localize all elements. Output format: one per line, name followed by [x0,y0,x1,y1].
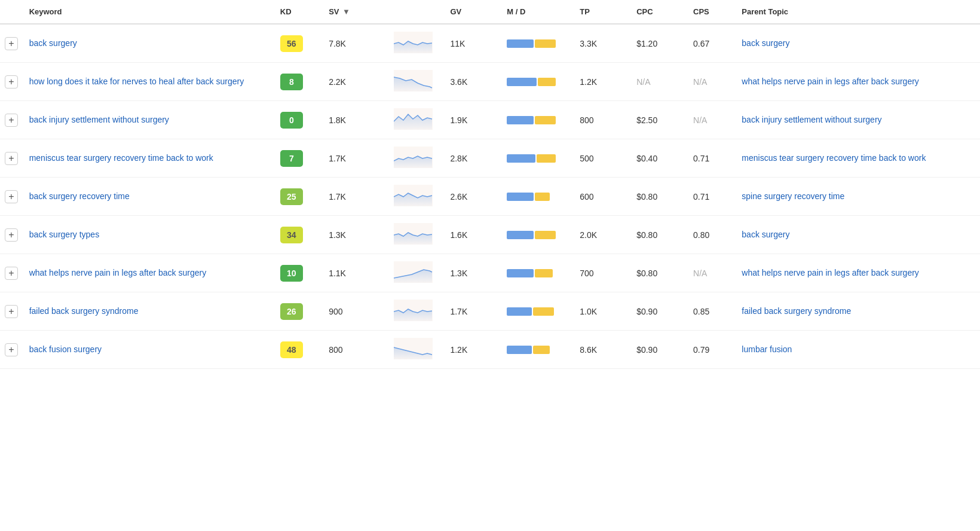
expand-button[interactable]: + [5,114,18,127]
parent-topic-link[interactable]: failed back surgery syndrome [742,306,851,316]
cpc-value: $0.80 [636,268,657,278]
keyword-link[interactable]: meniscus tear surgery recovery time back… [29,153,213,163]
expand-button[interactable]: + [5,152,18,165]
tp-value: 1.2K [580,77,597,87]
col-header-md[interactable]: M / D [502,0,575,24]
keyword-link[interactable]: back fusion surgery [29,344,102,354]
parent-topic-cell: lumbar fusion [737,331,980,369]
md-bar [507,116,570,124]
md-bar [507,307,570,316]
expand-button[interactable]: + [5,343,18,356]
chart-cell [389,24,446,63]
col-header-cpc[interactable]: CPC [632,0,688,24]
kd-badge: 8 [280,74,303,90]
md-bar-blue [507,193,534,201]
tp-cell: 1.2K [575,63,632,101]
cps-value: 0.71 [693,192,709,202]
parent-topic-link[interactable]: back surgery [742,230,789,239]
parent-topic-link[interactable]: what helps nerve pain in legs after back… [742,268,919,277]
col-header-gv[interactable]: GV [445,0,502,24]
parent-topic-link[interactable]: spine surgery recovery time [742,191,844,201]
gv-value: 1.7K [450,307,467,316]
cps-cell: 0.80 [688,216,737,254]
gv-value: 1.6K [450,230,467,240]
kd-cell: 25 [275,178,324,216]
table-row: + failed back surgery syndrome 26 900 1.… [0,292,980,331]
cps-cell: 0.71 [688,178,737,216]
col-header-sv[interactable]: SV ▼ [324,0,388,24]
keyword-link[interactable]: back surgery recovery time [29,191,130,201]
sv-value: 7.8K [329,39,346,48]
sv-value: 900 [329,307,342,316]
sv-sort-icon: ▼ [342,7,350,16]
kd-badge: 48 [280,341,303,358]
expand-button[interactable]: + [5,305,18,318]
keyword-link[interactable]: back surgery types [29,230,100,239]
keyword-cell: back surgery recovery time [24,178,275,216]
tp-cell: 2.0K [575,216,632,254]
parent-topic-link[interactable]: what helps nerve pain in legs after back… [742,77,919,86]
keyword-cell: back injury settlement without surgery [24,101,275,139]
parent-topic-cell: what helps nerve pain in legs after back… [737,254,980,292]
parent-topic-link[interactable]: lumbar fusion [742,344,792,354]
kd-cell: 56 [275,24,324,63]
expand-button[interactable]: + [5,228,18,242]
keyword-link[interactable]: back injury settlement without surgery [29,115,169,124]
cpc-value: $1.20 [636,39,657,48]
cps-value: N/A [693,268,707,278]
keyword-link[interactable]: failed back surgery syndrome [29,306,139,316]
cps-value: 0.85 [693,307,709,316]
parent-topic-link[interactable]: back surgery [742,38,789,48]
expand-button[interactable]: + [5,267,18,280]
keyword-link[interactable]: back surgery [29,38,77,48]
sv-cell: 1.3K [324,216,388,254]
col-header-tp[interactable]: TP [575,0,632,24]
expand-cell: + [0,139,24,178]
gv-value: 1.3K [450,268,467,278]
col-header-kd[interactable]: KD [275,0,324,24]
md-bar [507,193,570,201]
md-bar [507,346,570,354]
tp-value: 3.3K [580,39,597,48]
gv-value: 1.2K [450,345,467,355]
chart-cell [389,178,446,216]
cpc-cell: $2.50 [632,101,688,139]
keyword-link[interactable]: how long does it take for nerves to heal… [29,77,244,86]
gv-cell: 1.3K [445,254,502,292]
kd-cell: 10 [275,254,324,292]
chart-cell [389,101,446,139]
sv-value: 1.1K [329,268,346,278]
tp-value: 2.0K [580,230,597,240]
md-bar-yellow [537,154,556,163]
table-row: + back surgery types 34 1.3K 1.6K [0,216,980,254]
expand-button[interactable]: + [5,37,18,50]
tp-value: 700 [580,268,593,278]
col-header-cps[interactable]: CPS [688,0,737,24]
cpc-cell: $0.90 [632,331,688,369]
sv-cell: 7.8K [324,24,388,63]
gv-cell: 3.6K [445,63,502,101]
expand-cell: + [0,101,24,139]
cpc-cell: $0.80 [632,254,688,292]
sv-cell: 1.8K [324,101,388,139]
parent-topic-cell: meniscus tear surgery recovery time back… [737,139,980,178]
md-cell [502,254,575,292]
kd-badge: 25 [280,188,303,205]
md-bar-yellow [535,39,556,48]
table-row: + how long does it take for nerves to he… [0,63,980,101]
md-bar-yellow [535,116,556,124]
parent-topic-link[interactable]: meniscus tear surgery recovery time back… [742,153,926,163]
expand-button[interactable]: + [5,190,18,203]
keyword-cell: back surgery [24,24,275,63]
keyword-link[interactable]: what helps nerve pain in legs after back… [29,268,207,277]
gv-value: 2.8K [450,154,467,163]
chart-cell [389,292,446,331]
md-bar [507,39,570,48]
cpc-cell: $0.90 [632,292,688,331]
cps-value: 0.79 [693,345,709,355]
expand-button[interactable]: + [5,75,18,89]
md-bar-blue [507,269,534,277]
keyword-table: Keyword KD SV ▼ GV M / D TP CPC CPS Pare… [0,0,980,369]
md-cell [502,101,575,139]
parent-topic-link[interactable]: back injury settlement without surgery [742,115,881,124]
